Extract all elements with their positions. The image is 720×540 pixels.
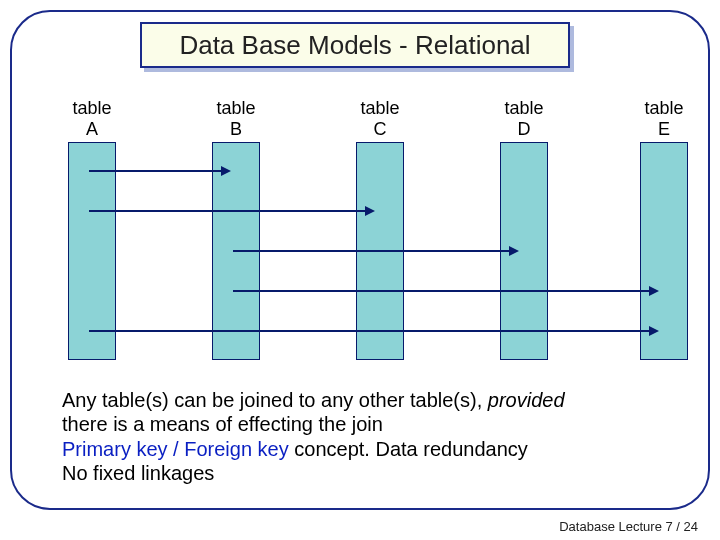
title-box: Data Base Models - Relational (140, 22, 570, 68)
arrowhead-icon (509, 246, 519, 256)
body-line3-rest: concept. Data redundancy (289, 438, 528, 460)
body-line1b: provided (488, 389, 565, 411)
label-table-b: tableB (191, 98, 281, 139)
arrow-a-e (89, 330, 651, 332)
body-line1a: Any table(s) can be joined to any other … (62, 389, 488, 411)
arrowhead-icon (649, 286, 659, 296)
slide-frame: Data Base Models - Relational tableA tab… (10, 10, 710, 510)
arrowhead-icon (649, 326, 659, 336)
body-line4: No fixed linkages (62, 461, 672, 485)
arrowhead-icon (221, 166, 231, 176)
label-table-a: tableA (47, 98, 137, 139)
slide-title: Data Base Models - Relational (179, 30, 530, 61)
label-table-c: tableC (335, 98, 425, 139)
label-table-d: tableD (479, 98, 569, 139)
arrow-a-c (89, 210, 367, 212)
arrow-b-e (233, 290, 651, 292)
arrow-b-d (233, 250, 511, 252)
label-table-e: tableE (619, 98, 709, 139)
body-line2: there is a means of effecting the join (62, 412, 672, 436)
rect-table-e (640, 142, 688, 360)
slide-footer: Database Lecture 7 / 24 (559, 519, 698, 534)
arrowhead-icon (365, 206, 375, 216)
body-text: Any table(s) can be joined to any other … (62, 388, 672, 486)
body-line3-concept: Primary key / Foreign key (62, 438, 289, 460)
rect-table-a (68, 142, 116, 360)
arrow-a-b (89, 170, 223, 172)
